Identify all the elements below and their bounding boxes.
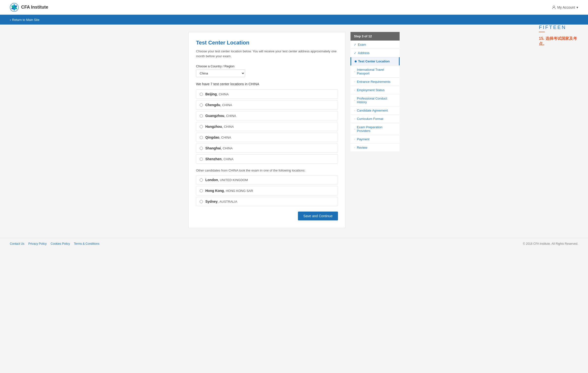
back-link-label: Return to Main Site: [12, 18, 39, 22]
sidebar-item-label: International Travel Passport: [357, 68, 396, 75]
circle-icon: ○: [354, 109, 355, 112]
footer-links: Contact Us Privacy Policy Cookies Policy…: [10, 242, 99, 245]
logo-area: CFA Institute: [10, 3, 48, 12]
sidebar-item-candidate-agreement[interactable]: ○ Candidate Agreement: [350, 106, 400, 115]
london-radio[interactable]: [200, 178, 203, 182]
sydney-radio[interactable]: [200, 200, 203, 203]
hangzhou-label: Hangzhou, CHINA: [205, 125, 234, 129]
nav-bar: ‹ Return to Main Site: [0, 15, 588, 25]
sidebar-item-label: Professional Conduct History: [357, 97, 396, 104]
svg-point-7: [553, 6, 555, 7]
account-chevron-icon: ▾: [576, 5, 578, 9]
list-item[interactable]: London, UNITED KINGDOM: [196, 175, 338, 185]
content-area: Test Center Location Choose your test ce…: [188, 32, 346, 228]
locations-heading: We have 7 test center locations in CHINA: [196, 82, 338, 86]
hangzhou-radio[interactable]: [200, 125, 203, 128]
back-link[interactable]: ‹ Return to Main Site: [10, 18, 40, 22]
london-label: London, UNITED KINGDOM: [205, 178, 248, 182]
sidebar-item-exam[interactable]: ✓ Exam: [350, 41, 400, 49]
shanghai-radio[interactable]: [200, 147, 203, 150]
sidebar-item-exam-prep[interactable]: ○ Exam Preparation Providers: [350, 123, 400, 135]
list-item[interactable]: Shanghai, CHINA: [196, 143, 338, 153]
check-icon: ✓: [354, 43, 356, 46]
footer-copyright: © 2018 CFA Institute. All Rights Reserve…: [523, 242, 578, 245]
list-item[interactable]: Sydney, AUSTRALIA: [196, 197, 338, 206]
header: CFA Institute My Account ▾: [0, 0, 588, 15]
circle-icon: ○: [354, 146, 355, 149]
country-form-group: Choose a Country / Region China United S…: [196, 64, 338, 77]
footer-link-terms[interactable]: Terms & Conditions: [74, 242, 99, 245]
save-continue-button[interactable]: Save and Continue: [298, 212, 338, 220]
footer: Contact Us Privacy Policy Cookies Policy…: [0, 238, 588, 249]
sidebar-item-label: Review: [357, 146, 367, 149]
account-menu[interactable]: My Account ▾: [552, 5, 578, 9]
sidebar-item-label: Test Center Location: [358, 59, 390, 63]
footer-link-contact[interactable]: Contact Us: [10, 242, 24, 245]
sidebar-item-review[interactable]: ○ Review: [350, 143, 400, 152]
sidebar-item-address[interactable]: ✓ Address: [350, 49, 400, 57]
sidebar-item-entrance-requirements[interactable]: ○ Entrance Requirements: [350, 78, 400, 86]
page-title: Test Center Location: [196, 40, 338, 46]
sidebar-item-international-travel[interactable]: ○ International Travel Passport: [350, 66, 400, 78]
footer-link-privacy[interactable]: Privacy Policy: [28, 242, 47, 245]
list-item[interactable]: Hong Kong, HONG KONG SAR: [196, 186, 338, 195]
cfa-logo-icon: [10, 3, 19, 12]
guangzhou-radio[interactable]: [200, 114, 203, 117]
circle-icon: ○: [354, 128, 355, 130]
check-icon: ✓: [354, 51, 356, 55]
list-item[interactable]: Qingdao, CHINA: [196, 133, 338, 142]
list-item[interactable]: Hangzhou, CHINA: [196, 122, 338, 131]
sidebar-item-label: Exam: [358, 43, 366, 46]
country-select[interactable]: China United States United Kingdom Hong …: [196, 70, 245, 77]
list-item[interactable]: Guangzhou, CHINA: [196, 111, 338, 120]
country-label: Choose a Country / Region: [196, 64, 338, 68]
list-item[interactable]: Shenzhen, CHINA: [196, 154, 338, 164]
chengdu-radio[interactable]: [200, 103, 203, 107]
step-header: Step 3 of 12: [350, 32, 400, 41]
circle-icon: ○: [354, 99, 355, 102]
sidebar-item-label: Curriculum Format: [357, 117, 383, 121]
list-item[interactable]: Beijing, CHINA: [196, 89, 338, 99]
sidebar: Step 3 of 12 ✓ Exam ✓ Address Test Cente…: [350, 32, 400, 228]
hongkong-radio[interactable]: [200, 189, 203, 192]
circle-icon: ○: [354, 138, 355, 141]
qingdao-label: Qingdao, CHINA: [205, 135, 231, 139]
annotation-divider: [539, 32, 545, 32]
circle-icon: ○: [354, 80, 355, 83]
sydney-label: Sydney, AUSTRALIA: [205, 200, 237, 203]
sidebar-item-label: Payment: [357, 137, 369, 141]
active-right-bar: [399, 57, 400, 65]
circle-icon: ○: [354, 89, 355, 91]
china-locations-list: Beijing, CHINA Chengdu, CHINA Guangzhou,…: [196, 89, 338, 164]
shanghai-label: Shanghai, CHINA: [205, 146, 233, 150]
circle-icon: ○: [354, 117, 355, 120]
circle-icon: ○: [354, 70, 355, 73]
footer-link-cookies[interactable]: Cookies Policy: [51, 242, 70, 245]
sidebar-item-payment[interactable]: ○ Payment: [350, 135, 400, 143]
hongkong-label: Hong Kong, HONG KONG SAR: [205, 189, 253, 193]
main-content: Test Center Location Choose your test ce…: [183, 32, 405, 228]
qingdao-radio[interactable]: [200, 136, 203, 139]
account-icon: [552, 5, 556, 9]
sidebar-item-employment-status[interactable]: ○ Employment Status: [350, 86, 400, 94]
page-description: Choose your test center location below. …: [196, 49, 338, 58]
shenzhen-radio[interactable]: [200, 158, 203, 161]
sidebar-item-professional-conduct[interactable]: ○ Professional Conduct History: [350, 94, 400, 106]
sidebar-item-label: Exam Preparation Providers: [357, 125, 396, 133]
sidebar-item-curriculum-format[interactable]: ○ Curriculum Format: [350, 115, 400, 123]
sidebar-item-label: Candidate Agreement: [357, 109, 388, 112]
annotation-text: 15. 选择考试国家及考点。: [539, 36, 583, 46]
sidebar-item-label: Address: [358, 51, 370, 55]
account-label: My Account: [557, 5, 575, 9]
list-item[interactable]: Chengdu, CHINA: [196, 100, 338, 110]
sidebar-item-label: Entrance Requirements: [357, 80, 391, 84]
back-chevron-icon: ‹: [10, 18, 11, 22]
other-candidates-text: Other candidates from CHINA took the exa…: [196, 169, 338, 172]
beijing-label: Beijing, CHINA: [205, 92, 229, 96]
beijing-radio[interactable]: [200, 93, 203, 96]
sidebar-item-label: Employment Status: [357, 88, 385, 92]
other-locations-list: London, UNITED KINGDOM Hong Kong, HONG K…: [196, 175, 338, 206]
guangzhou-label: Guangzhou, CHINA: [205, 114, 236, 118]
chengdu-label: Chengdu, CHINA: [205, 103, 232, 107]
sidebar-item-test-center[interactable]: Test Center Location: [350, 57, 400, 66]
